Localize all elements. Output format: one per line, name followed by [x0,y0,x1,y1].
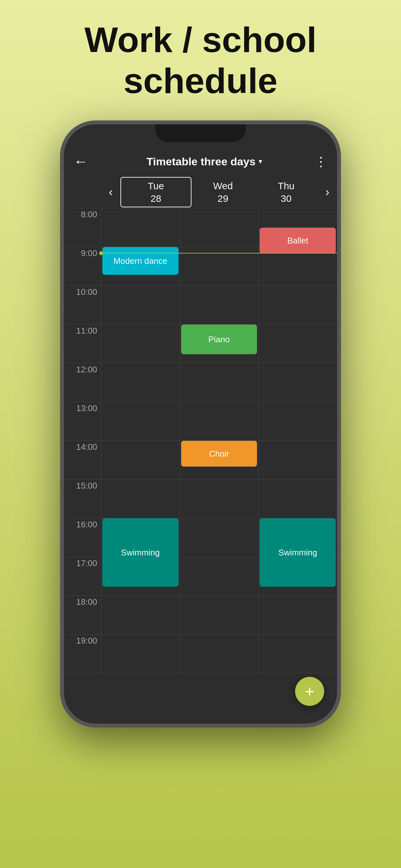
calendar-scroll[interactable]: 8:009:0010:0011:0012:0013:0014:0015:0016… [64,208,337,724]
day-cell-0-1900[interactable] [101,634,180,673]
event-modern-dance[interactable]: Modern dance [102,247,179,275]
event-swimming-thu[interactable]: Swimming [259,518,336,587]
day-cell-2-1000[interactable] [258,286,337,324]
day-cell-1-800[interactable] [180,208,258,247]
day-cell-2-1900[interactable] [258,634,337,673]
day-cell-2-1200[interactable] [258,363,337,402]
event-piano[interactable]: Piano [181,324,257,354]
time-label-1600: 16:00 [64,518,101,557]
time-label-1300: 13:00 [64,402,101,440]
day-cell-1-1200[interactable] [180,363,258,402]
time-label-1000: 10:00 [64,286,101,324]
time-row-1200: 12:00 [64,363,337,402]
add-event-button[interactable]: + [295,677,324,706]
day-cell-2-1400[interactable] [258,441,337,479]
top-bar: ← Timetable three days ▾ ⋮ [64,147,337,176]
day-cell-2-1300[interactable] [258,402,337,440]
day-cell-0-1100[interactable] [101,324,180,363]
time-label-1200: 12:00 [64,363,101,402]
day-cell-0-1400[interactable] [101,441,180,479]
day-name-wed: Wed [213,180,233,192]
dropdown-icon[interactable]: ▾ [258,157,262,166]
time-label-1700: 17:00 [64,557,101,595]
day-cell-2-1500[interactable] [258,479,337,518]
event-ballet[interactable]: Ballet [259,228,336,253]
day-cell-1-1300[interactable] [180,402,258,440]
current-time-dot [99,251,103,255]
day-num-tue: 28 [150,192,161,205]
day-num-wed: 29 [218,192,228,205]
event-choir[interactable]: Choir [181,441,257,467]
day-header-tue[interactable]: Tue 28 [120,177,191,207]
time-label-1100: 11:00 [64,324,101,363]
day-num-thu: 30 [281,192,291,205]
time-label-1900: 19:00 [64,634,101,673]
day-cell-0-1500[interactable] [101,479,180,518]
time-row-1300: 13:00 [64,402,337,441]
day-cell-1-1900[interactable] [180,634,258,673]
time-row-1800: 18:00 [64,596,337,634]
day-cell-1-1700[interactable] [180,557,258,595]
day-name-thu: Thu [278,180,295,192]
day-header-wed[interactable]: Wed 29 [191,180,255,205]
day-cell-1-1800[interactable] [180,596,258,634]
back-button[interactable]: ← [73,153,88,169]
day-name-tue: Tue [148,180,164,192]
day-cell-0-800[interactable] [101,208,180,247]
title-area: Timetable three days ▾ [94,155,314,168]
day-cell-1-1500[interactable] [180,479,258,518]
day-cell-1-1600[interactable] [180,518,258,557]
day-header-thu[interactable]: Thu 30 [254,180,318,205]
day-cell-0-1000[interactable] [101,286,180,324]
timetable-title: Timetable three days [147,155,256,168]
time-label-1800: 18:00 [64,596,101,634]
time-label-800: 8:00 [64,208,101,247]
time-label-900: 9:00 [64,247,101,285]
calendar-grid: 8:009:0010:0011:0012:0013:0014:0015:0016… [64,208,337,673]
time-row-1900: 19:00 [64,634,337,673]
day-cell-0-1800[interactable] [101,596,180,634]
time-row-1500: 15:00 [64,479,337,518]
phone-shell: ← Timetable three days ▾ ⋮ ‹ Tue 28 Wed … [60,120,341,727]
time-label-1500: 15:00 [64,479,101,518]
next-nav[interactable]: › [318,185,337,199]
day-cell-0-1300[interactable] [101,402,180,440]
time-row-1000: 10:00 [64,286,337,324]
time-label-1400: 14:00 [64,441,101,479]
days-header: ‹ Tue 28 Wed 29 Thu 30 › [64,176,337,208]
notch [155,124,246,142]
day-cell-2-1100[interactable] [258,324,337,363]
day-cell-1-1000[interactable] [180,286,258,324]
screen: ← Timetable three days ▾ ⋮ ‹ Tue 28 Wed … [64,124,337,724]
day-cell-2-1800[interactable] [258,596,337,634]
more-button[interactable]: ⋮ [314,154,328,169]
day-cell-0-1200[interactable] [101,363,180,402]
page-title: Work / school schedule [84,20,316,101]
current-time-line [101,253,337,253]
prev-nav[interactable]: ‹ [101,185,120,199]
event-swimming-tue[interactable]: Swimming [102,518,179,587]
